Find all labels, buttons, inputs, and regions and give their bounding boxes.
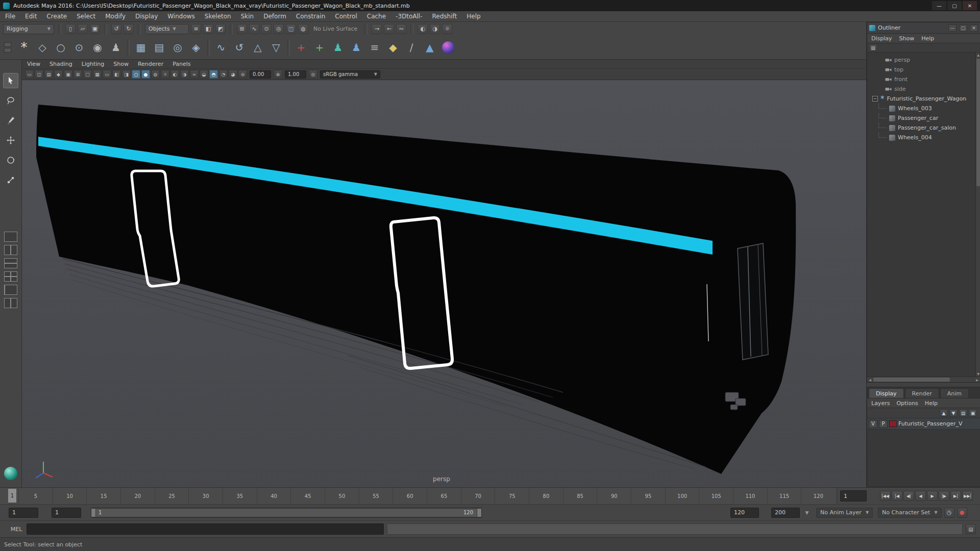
menu-redshift[interactable]: Redshift — [432, 13, 457, 20]
layer-list[interactable]: V P Futuristic_Passenger_V — [867, 418, 980, 487]
play-backwards-button[interactable]: ◀ — [915, 491, 926, 501]
scrollbar-thumb[interactable] — [873, 378, 950, 382]
anim-layer-dropdown[interactable]: No Anim Layer ▼ — [816, 508, 873, 518]
menu-cache[interactable]: Cache — [367, 13, 386, 20]
xray-icon[interactable]: ◔ — [219, 70, 228, 79]
select-camera-icon[interactable]: ▭ — [25, 70, 34, 79]
undo-icon[interactable] — [111, 24, 121, 34]
outliner-item-child[interactable]: Passenger_car_salon — [867, 123, 980, 133]
range-slider-track[interactable] — [96, 509, 477, 517]
lock-camera-icon[interactable]: ◫ — [35, 70, 43, 79]
outliner-item-child[interactable]: Wheels_004 — [867, 133, 980, 142]
snap-to-point-icon[interactable] — [261, 24, 272, 34]
menu-edit[interactable]: Edit — [25, 13, 37, 20]
menu-windows[interactable]: Windows — [167, 13, 195, 20]
shelf-wrap-deformer-icon[interactable]: ▤ — [151, 39, 168, 56]
menu-display[interactable]: Display — [135, 13, 158, 20]
shelf-remove-influence-icon[interactable]: + — [311, 39, 328, 56]
open-scene-icon[interactable] — [78, 24, 88, 34]
playback-start-field[interactable]: 1 — [52, 508, 81, 518]
outliner-item-front[interactable]: front — [867, 74, 980, 84]
multisample-aa-icon[interactable]: ◒ — [200, 70, 208, 79]
vp-menu-show[interactable]: Show — [113, 61, 129, 67]
shelf-add-influence-icon[interactable]: + — [292, 39, 310, 56]
vp-menu-lighting[interactable]: Lighting — [82, 61, 104, 67]
outliner-item-child[interactable]: Passenger_car — [867, 113, 980, 123]
render-settings-icon[interactable] — [442, 24, 452, 34]
layers-menu[interactable]: Layers — [871, 400, 890, 407]
redo-icon[interactable] — [124, 24, 134, 34]
new-scene-icon[interactable] — [65, 24, 76, 34]
gate-mask-icon[interactable]: ◨ — [122, 70, 131, 79]
layout-two-pane-button[interactable] — [4, 245, 17, 255]
menu-select[interactable]: Select — [77, 13, 95, 20]
select-tool[interactable] — [3, 73, 18, 88]
play-forwards-button[interactable]: ▶ — [927, 491, 938, 501]
menu-create[interactable]: Create — [46, 13, 67, 20]
resolution-gate-icon[interactable]: ◧ — [112, 70, 121, 79]
shelf-nonlinear-icon[interactable]: ◈ — [187, 39, 205, 56]
shadows-icon[interactable]: ◐ — [170, 70, 179, 79]
shaded-mode-icon[interactable]: ● — [141, 70, 150, 79]
isolate-select-icon[interactable]: ◓ — [209, 70, 218, 79]
shelf-humanik-control-icon[interactable]: ♟ — [348, 39, 365, 56]
motion-blur-icon[interactable]: ≈ — [190, 70, 199, 79]
viewport-canvas[interactable]: persp — [22, 80, 866, 487]
animation-end-field[interactable]: 200 — [771, 508, 800, 518]
outliner-item-child[interactable]: Wheels_003 — [867, 104, 980, 113]
shelf-pose-icon[interactable]: ▲ — [421, 39, 438, 56]
character-set-dropdown[interactable]: No Character Set ▼ — [878, 508, 941, 518]
create-empty-layer-icon[interactable]: ▤ — [959, 409, 967, 417]
range-start-handle[interactable] — [91, 509, 95, 517]
menu-skin[interactable]: Skin — [241, 13, 254, 20]
outliner-item-root[interactable]: − * Futuristic_Passenger_Wagon — [867, 94, 980, 104]
animation-preferences-icon[interactable]: ◷ — [944, 508, 954, 518]
group-separator[interactable] — [138, 24, 141, 34]
use-all-lights-icon[interactable]: ☼ — [161, 70, 169, 79]
group-separator[interactable] — [58, 24, 61, 34]
playback-end-field[interactable]: 120 — [730, 508, 759, 518]
go-to-start-button[interactable]: |◀◀ — [880, 491, 891, 501]
outliner-list[interactable]: persp top front — [867, 53, 980, 377]
vp-menu-view[interactable]: View — [27, 61, 40, 67]
gamma-field[interactable]: 1.00 — [285, 70, 306, 79]
textured-mode-icon[interactable]: ◍ — [151, 70, 160, 79]
outliner-menu-show[interactable]: Show — [899, 35, 915, 42]
move-layer-up-icon[interactable]: ▲ — [940, 409, 948, 417]
menu-file[interactable]: File — [5, 13, 15, 20]
image-plane-icon[interactable]: ▣ — [64, 70, 72, 79]
color-management-icon[interactable]: ◎ — [309, 70, 317, 79]
make-live-icon[interactable] — [298, 24, 308, 34]
screen-space-ao-icon[interactable]: ◑ — [180, 70, 189, 79]
group-separator[interactable] — [230, 24, 233, 34]
command-language-toggle[interactable]: MEL — [6, 526, 27, 533]
menu-constrain[interactable]: Constrain — [296, 13, 326, 20]
hypershade-sphere-icon[interactable] — [4, 467, 17, 480]
two-d-pan-zoom-icon[interactable]: ⊞ — [74, 70, 82, 79]
oversc-icon[interactable]: ▢ — [83, 70, 92, 79]
titlebar[interactable]: Autodesk Maya 2016: C:\Users\I5\Desktop\… — [0, 0, 980, 11]
minimize-icon[interactable]: — — [932, 1, 946, 10]
scale-tool[interactable] — [3, 172, 18, 188]
tab-anim[interactable]: Anim — [940, 388, 969, 398]
ipr-render-icon[interactable] — [430, 24, 440, 34]
shelf-character-icon[interactable]: ♟ — [107, 39, 125, 56]
select-by-object-icon[interactable] — [203, 24, 213, 34]
shelf-tab-switcher-icon[interactable] — [4, 42, 11, 53]
lasso-tool[interactable] — [3, 93, 18, 108]
current-frame-marker[interactable]: 1 — [8, 489, 16, 503]
input-connections-icon[interactable] — [372, 24, 382, 34]
shelf-lattice-icon[interactable]: ▦ — [132, 39, 150, 56]
outliner-item-side[interactable]: side — [867, 84, 980, 94]
shelf-snowflake-icon[interactable]: * — [15, 39, 33, 56]
outliner-menu-help[interactable]: Help — [921, 35, 934, 42]
scroll-down-icon[interactable]: ▼ — [976, 371, 980, 377]
output-connections-icon[interactable] — [384, 24, 394, 34]
outliner-item-persp[interactable]: persp — [867, 55, 980, 65]
layer-playback-toggle[interactable]: P — [879, 420, 888, 428]
group-separator[interactable] — [410, 24, 413, 34]
menu-control[interactable]: Control — [335, 13, 357, 20]
vp-menu-shading[interactable]: Shading — [50, 61, 72, 67]
shelf-cluster-icon[interactable]: ◎ — [169, 39, 186, 56]
layer-color-swatch[interactable] — [889, 420, 897, 427]
